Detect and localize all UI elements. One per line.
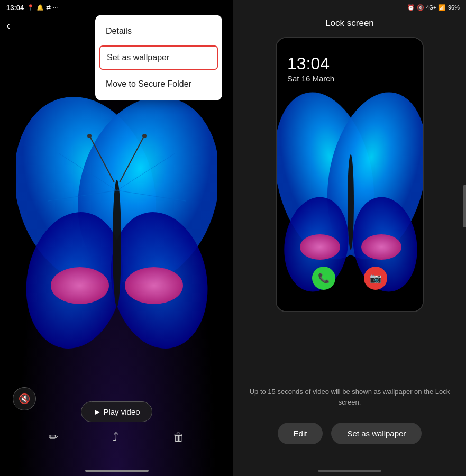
svg-point-20 xyxy=(300,234,340,260)
status-icons-right: ⏰ 🔇 4G+ 📶 96% xyxy=(407,4,460,11)
mute-icon: 🔇 xyxy=(417,4,424,11)
edit-icon[interactable]: ✏ xyxy=(49,431,58,444)
status-time: 13:04 xyxy=(6,4,24,12)
delete-icon[interactable]: 🗑 xyxy=(173,431,185,444)
phone-lock-date: Sat 16 March xyxy=(287,74,334,83)
home-indicator-right xyxy=(318,470,381,472)
butterfly-image-left xyxy=(16,85,217,381)
battery-text-right: 96% xyxy=(448,4,460,11)
edge-handle xyxy=(463,185,466,227)
phone-app-icon: 📞 xyxy=(312,267,335,290)
svg-point-6 xyxy=(113,180,121,307)
menu-item-details[interactable]: Details xyxy=(95,19,222,43)
info-text: Up to 15 seconds of video will be shown … xyxy=(233,387,466,407)
status-bar-right: ⏰ 🔇 4G+ 📶 96% xyxy=(233,0,466,15)
home-indicator-left xyxy=(85,470,149,472)
sync-icon: ⇄ xyxy=(46,4,51,11)
location-icon: 📍 xyxy=(27,4,34,11)
status-bar-left: 13:04 📍 🔔 ⇄ ··· xyxy=(0,0,233,15)
camera-app-icon: 📷 xyxy=(364,267,387,290)
more-icon: ··· xyxy=(53,4,58,11)
menu-item-move-secure[interactable]: Move to Secure Folder xyxy=(95,72,222,96)
svg-point-22 xyxy=(348,154,354,250)
bottom-actions: Edit Set as wallpaper xyxy=(233,423,466,444)
dropdown-menu: Details Set as wallpaper Move to Secure … xyxy=(95,15,222,100)
set-wallpaper-button[interactable]: Set as wallpaper xyxy=(331,423,422,444)
sound-icon: 🔔 xyxy=(36,4,44,11)
phone-lock-content: 13:04 Sat 16 March 📞 📷 xyxy=(277,38,423,311)
phone-call-icon: 📞 xyxy=(318,272,330,284)
svg-point-10 xyxy=(142,134,147,138)
bottom-controls: ► Play video ✏ ⤴ 🗑 xyxy=(0,401,233,444)
alarm-icon: ⏰ xyxy=(407,4,415,11)
edit-button[interactable]: Edit xyxy=(278,423,323,444)
status-icons-left: 📍 🔔 ⇄ ··· xyxy=(27,4,58,11)
wifi-icon: 📶 xyxy=(438,4,446,11)
svg-point-5 xyxy=(125,267,183,304)
phone-lock-time: 13:04 xyxy=(287,54,330,74)
left-panel: 13:04 📍 🔔 ⇄ ··· ‹ Details Set as wallpap… xyxy=(0,0,233,476)
lock-screen-title: Lock screen xyxy=(233,18,466,29)
back-button[interactable]: ‹ xyxy=(6,19,10,33)
svg-point-4 xyxy=(51,267,109,304)
share-icon[interactable]: ⤴ xyxy=(113,431,118,444)
lock-app-icons: 📞 📷 xyxy=(277,267,423,290)
bottom-action-icons: ✏ ⤴ 🗑 xyxy=(0,431,233,444)
right-panel: ⏰ 🔇 4G+ 📶 96% Lock screen xyxy=(233,0,466,476)
play-video-button[interactable]: ► Play video xyxy=(81,401,152,422)
svg-point-9 xyxy=(87,134,92,138)
phone-preview: 13:04 Sat 16 March 📞 📷 xyxy=(276,37,424,312)
camera-icon: 📷 xyxy=(370,272,381,284)
signal-4g-icon: 4G+ xyxy=(426,5,436,11)
svg-point-21 xyxy=(361,234,401,260)
menu-item-set-wallpaper[interactable]: Set as wallpaper xyxy=(99,45,218,70)
